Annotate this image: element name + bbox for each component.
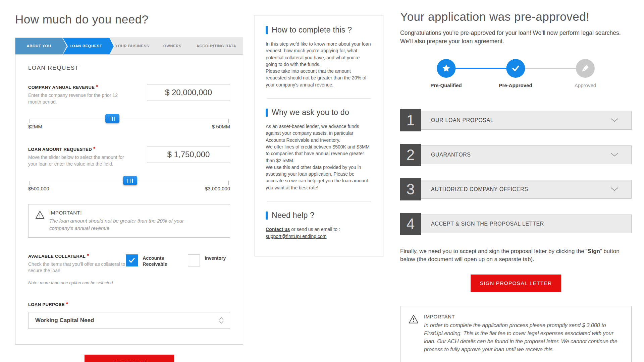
- divider: [267, 98, 371, 99]
- contact-us-link[interactable]: Contact us: [266, 227, 290, 232]
- accordion-item-loan-proposal[interactable]: 1 OUR LOAN PROPOSAL: [400, 109, 632, 131]
- check-icon: [128, 257, 135, 263]
- section-title: LOAN REQUEST: [28, 65, 230, 71]
- help-paragraph: We use this and other data provided by y…: [266, 164, 372, 191]
- accordion-item-authorized-officers[interactable]: 3 AUTHORIZED COMPANY OFFICERS: [400, 178, 632, 200]
- revenue-description: Enter the company revenue for the prior …: [28, 92, 129, 105]
- revenue-field-row: COMPANY ANNUAL REVENUE* Enter the compan…: [28, 84, 230, 105]
- chevron-down-icon: [610, 118, 619, 122]
- loan-amount-max-label: $3,000,000: [205, 186, 230, 191]
- loan-purpose-value: Working Capital Need: [35, 317, 94, 324]
- help-section-heading: How to complete this ?: [266, 25, 372, 35]
- help-paragraph: We offer lines of credit between $500K a…: [266, 143, 372, 164]
- tab-your-business[interactable]: YOUR BUSINESS: [109, 38, 155, 54]
- help-paragraph: As an asset-based lender, we advance fun…: [266, 123, 372, 143]
- pre-approved-intro: Congratulations you're pre-approved for …: [400, 29, 626, 46]
- accordion-label: GUARANTORS: [431, 152, 471, 158]
- tab-about-you[interactable]: ABOUT YOU: [15, 38, 62, 54]
- tab-accounting-data[interactable]: ACCOUNTING DATA: [190, 38, 243, 54]
- loan-amount-input[interactable]: [147, 146, 230, 163]
- step-number: 1: [400, 109, 421, 131]
- tab-owners[interactable]: OWNERS: [155, 38, 190, 54]
- step-number: 4: [400, 213, 421, 235]
- fee-important-notice: IMPORTANT In order to complete the appli…: [400, 306, 632, 362]
- step-pre-approved: Pre-Approved: [499, 59, 532, 88]
- select-chevrons-icon: [219, 317, 224, 324]
- revenue-slider[interactable]: [30, 119, 229, 119]
- help-paragraph: In this step we’d like to know more abou…: [266, 41, 372, 68]
- check-icon: [506, 59, 525, 78]
- proposal-accordion: 1 OUR LOAN PROPOSAL 2 GUARANTORS 3 AUTHO…: [400, 109, 632, 235]
- loan-purpose-label: LOAN PURPOSE: [28, 302, 65, 307]
- checkbox-label: Inventory: [205, 254, 226, 261]
- accordion-label: ACCEPT & SIGN THE PROPOSAL LETTER: [431, 221, 544, 227]
- blue-accent-bar: [266, 212, 268, 220]
- loan-amount-slider-handle[interactable]: [123, 176, 137, 185]
- required-mark: *: [87, 253, 89, 259]
- chevron-down-icon: [610, 153, 619, 157]
- step-label: Pre-Qualified: [430, 82, 462, 88]
- divider: [267, 201, 371, 201]
- step-label: Pre-Approved: [499, 82, 532, 88]
- loan-amount-description: Move the slider below to select the amou…: [28, 154, 129, 167]
- inventory-checkbox[interactable]: [188, 254, 200, 266]
- important-text: The loan amount should not be greater th…: [49, 217, 207, 232]
- loan-amount-label: LOAN AMOUNT REQUESTED: [28, 147, 92, 152]
- revenue-label: COMPANY ANNUAL REVENUE: [28, 85, 95, 90]
- tab-loan-request[interactable]: LOAN REQUEST: [62, 38, 109, 54]
- collateral-label: AVAILABLE COLLATERAL: [28, 254, 86, 259]
- revenue-input[interactable]: [147, 84, 230, 101]
- checkbox-label: Accounts Receivable: [143, 254, 174, 267]
- required-mark: *: [93, 146, 95, 152]
- revenue-max-label: $ 50MM: [212, 124, 230, 129]
- loan-amount-min-label: $500,000: [28, 186, 49, 191]
- pre-approval-column: Your application was pre-approved! Congr…: [400, 10, 632, 362]
- accounts-receivable-checkbox[interactable]: [126, 254, 138, 266]
- collateral-description: Check the items that you’ll offer as col…: [28, 261, 126, 274]
- step-pre-qualified: Pre-Qualified: [430, 59, 462, 88]
- warning-icon: [409, 314, 419, 355]
- pre-approved-title: Your application was pre-approved!: [400, 10, 632, 23]
- pen-icon: [576, 59, 595, 78]
- loan-amount-slider[interactable]: [30, 181, 229, 181]
- form-step-tabs: ABOUT YOU LOAN REQUEST YOUR BUSINESS OWN…: [15, 38, 243, 55]
- accordion-item-guarantors[interactable]: 2 GUARANTORS: [400, 144, 632, 166]
- blue-accent-bar: [266, 109, 268, 117]
- revenue-slider-handle[interactable]: [105, 114, 119, 123]
- important-text: In order to complete the application pro…: [424, 321, 623, 354]
- collateral-option-accounts-receivable: Accounts Receivable: [126, 254, 174, 267]
- loan-request-panel: ABOUT YOU LOAN REQUEST YOUR BUSINESS OWN…: [15, 38, 243, 345]
- step-label: Approved: [575, 82, 596, 88]
- support-email-link[interactable]: support@firstUpLending.com: [266, 234, 327, 239]
- accordion-label: AUTHORIZED COMPANY OFFICERS: [431, 186, 528, 192]
- collateral-note: Note: more than one option can be select…: [28, 280, 126, 285]
- important-title: IMPORTANT!: [49, 210, 207, 216]
- help-paragraph: Please take into account that the amount…: [266, 68, 372, 88]
- step-number: 2: [400, 144, 421, 166]
- help-section-heading: Why we ask you to do: [266, 108, 372, 117]
- finally-instruction: Finally, we need you to accept and sign …: [400, 247, 628, 264]
- loan-purpose-select[interactable]: Working Capital Need: [28, 312, 230, 329]
- required-mark: *: [96, 84, 98, 90]
- step-approved: Approved: [575, 59, 596, 88]
- chevron-down-icon: [610, 187, 619, 191]
- approval-progress-stepper: Pre-Qualified Pre-Approved Approved: [400, 59, 632, 96]
- collateral-option-inventory: Inventory: [188, 254, 226, 267]
- star-icon: [437, 59, 455, 78]
- continue-button[interactable]: CONTINUE: [85, 355, 174, 362]
- required-mark: *: [66, 301, 68, 307]
- blue-accent-bar: [266, 26, 268, 34]
- loan-amount-field-row: LOAN AMOUNT REQUESTED* Move the slider b…: [28, 146, 230, 167]
- important-notice: IMPORTANT! The loan amount should not be…: [28, 204, 230, 238]
- help-section-heading: Need help ?: [266, 211, 372, 220]
- accordion-label: OUR LOAN PROPOSAL: [431, 117, 493, 123]
- sign-proposal-letter-button[interactable]: SIGN PROPOSAL LETTER: [471, 275, 561, 292]
- warning-icon: [35, 210, 45, 232]
- page-title: How much do you need?: [15, 13, 243, 26]
- loan-purpose-field: LOAN PURPOSE* Working Capital Need: [28, 301, 230, 329]
- step-number: 3: [400, 178, 421, 200]
- help-panel: How to complete this ? In this step we’d…: [255, 15, 383, 256]
- revenue-min-label: $2MM: [28, 124, 42, 129]
- accordion-item-accept-sign[interactable]: 4 ACCEPT & SIGN THE PROPOSAL LETTER: [400, 213, 632, 235]
- contact-text: or send us an email to :: [290, 227, 340, 232]
